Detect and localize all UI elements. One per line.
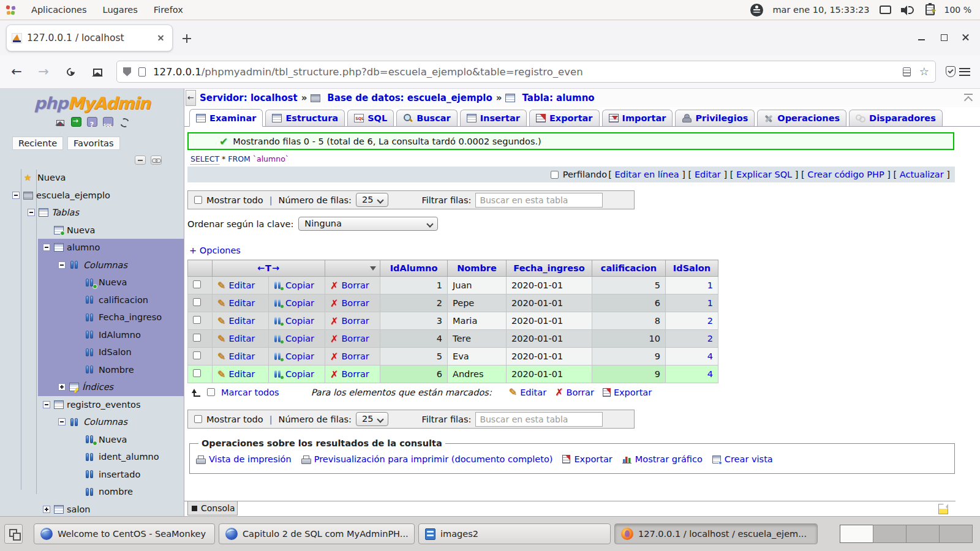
row-copiar-link[interactable]: Copiar [274,316,320,326]
options-toggle-link[interactable]: + Opciones [189,246,241,255]
profiling-link-crear-c-digo-php[interactable]: Crear código PHP [807,170,884,179]
tree-item-nombre[interactable]: nombre [0,483,184,501]
battery-icon[interactable] [925,4,935,15]
qops-exportar-link[interactable]: Exportar [562,454,612,464]
reload-button[interactable] [60,61,81,82]
minus-expander-icon[interactable] [28,209,35,216]
row-borrar-link[interactable]: Borrar [330,369,375,380]
tab-privilegios[interactable]: Privilegios [675,110,755,126]
tree-item-nueva[interactable]: Nueva [0,431,184,449]
sort-key-select[interactable]: Ninguna [298,217,438,231]
plus-expander-icon[interactable] [43,506,50,513]
row-checkbox[interactable] [193,334,201,342]
accessibility-icon[interactable] [750,4,763,17]
row-editar-link[interactable]: Editar [217,298,263,309]
sidebar-toggle-button[interactable]: ← [186,90,196,106]
new-tab-button[interactable] [178,29,196,48]
idsalon-link[interactable]: 1 [707,280,713,290]
taskbar-window-welcome-to-centos-seamonkey[interactable]: Welcome to CentOS - SeaMonkey [34,523,215,544]
row-copiar-link[interactable]: Copiar [274,351,320,361]
profiling-checkbox[interactable] [551,171,559,179]
row-copiar-link[interactable]: Copiar [274,369,320,379]
column-header-fecha-ingreso[interactable]: Fecha_ingreso [507,260,592,277]
qops-mostrar-gr-fico-link[interactable]: Mostrar gráfico [622,454,703,464]
tab-insertar[interactable]: Insertar [460,110,527,126]
minus-expander-icon[interactable] [43,244,50,251]
profiling-link-explicar-sql[interactable]: Explicar SQL [736,170,792,179]
column-header-idsalon[interactable]: IdSalon [666,260,718,277]
restore-button[interactable] [937,31,951,44]
taskbar-window-127-0-0-1-localhost-escuela-ejem[interactable]: 127.0.0.1 / localhost / escuela_ejem... [614,523,818,544]
tree-item-salon[interactable]: salon [0,501,184,517]
idsalon-link[interactable]: 4 [707,351,713,361]
tree-item-nombre[interactable]: Nombre [0,361,184,379]
tab-estructura[interactable]: Estructura [265,110,345,126]
reader-view-icon[interactable] [903,67,911,77]
filter-input[interactable] [475,412,603,427]
tree-item-escuela-ejemplo[interactable]: escuela_ejemplo [0,187,184,204]
minus-expander-icon[interactable] [43,401,50,408]
tab-importar[interactable]: Importar [602,110,673,126]
row-checkbox[interactable] [193,369,201,377]
show-all-checkbox[interactable] [194,415,202,423]
menu-lugares[interactable]: Lugares [103,5,138,15]
idsalon-link[interactable]: 2 [707,316,713,326]
sql-console-icon[interactable] [103,117,113,127]
workspace-2[interactable] [873,525,907,543]
column-header-nombre[interactable]: Nombre [448,260,507,277]
row-borrar-link[interactable]: Borrar [330,315,375,327]
breadcrumb-link-alumno[interactable]: Tabla: alumno [522,92,594,103]
qops-previsualizaci-n-para-imprimir-documento-completo-link[interactable]: Previsualización para imprimir (document… [301,454,553,464]
favorite-tables-button[interactable]: Favoritas [67,137,119,150]
help-icon[interactable] [87,117,97,127]
check-all-link[interactable]: Marcar todos [221,388,279,397]
workspace-1[interactable] [840,525,873,543]
rows-count-select[interactable]: 25 [356,412,388,426]
tree-item-ndices[interactable]: Índices [0,378,184,396]
shield-icon[interactable] [123,67,131,77]
profiling-link-editar[interactable]: Editar [695,170,721,179]
selected-editar-link[interactable]: Editar [509,386,546,398]
tree-item-nueva[interactable]: Nueva [0,169,184,187]
page-settings-icon[interactable] [938,504,948,514]
sort-header[interactable] [325,260,380,277]
row-borrar-link[interactable]: Borrar [330,298,375,309]
home-button[interactable] [87,61,108,82]
taskbar-window-capitulo-2-de-sql-com-myadminph[interactable]: Capitulo 2 de SQL com MyAdminPH... [219,523,415,544]
back-button[interactable]: ← [6,61,27,82]
workspace-3[interactable] [906,525,940,543]
tree-item-idalumno[interactable]: IdAlumno [0,326,184,344]
qops-vista-de-impresi-n-link[interactable]: Vista de impresión [196,454,292,464]
close-button[interactable] [959,31,973,44]
tab-close-icon[interactable] [155,32,167,44]
rows-count-select[interactable]: 25 [356,193,388,207]
qops-crear-vista-link[interactable]: Crear vista [712,454,773,464]
show-all-checkbox[interactable] [194,196,202,204]
row-checkbox[interactable] [193,351,201,359]
breadcrumb-link-localhost[interactable]: Servidor: localhost [200,92,298,103]
home-icon[interactable] [55,117,66,127]
tree-item-nueva[interactable]: Nueva [0,222,184,239]
clock[interactable]: mar ene 10, 15:33:23 [773,5,870,15]
tree-item-fecha-ingreso[interactable]: Fecha_ingreso [0,309,184,326]
taskbar-window-images2[interactable]: images2 [418,523,611,544]
minus-expander-icon[interactable] [12,192,20,199]
tab-operaciones[interactable]: Operaciones [757,110,846,126]
idsalon-link[interactable]: 1 [707,298,713,308]
row-checkbox[interactable] [193,316,201,324]
logout-icon[interactable] [71,117,81,127]
profiling-link-editar-en-l-nea[interactable]: Editar en línea [614,170,679,179]
collapse-all-button[interactable] [135,156,146,165]
tree-item-ident-alumno[interactable]: ident_alumno [0,448,184,466]
tree-item-nueva[interactable]: Nueva [0,274,184,291]
row-borrar-link[interactable]: Borrar [330,280,375,291]
selected-borrar-link[interactable]: Borrar [555,386,594,398]
tree-item-insertado[interactable]: insertado [0,466,184,484]
menu-firefox[interactable]: Firefox [154,5,183,15]
minimize-button[interactable] [915,31,929,44]
minus-expander-icon[interactable] [58,261,66,269]
row-editar-link[interactable]: Editar [217,280,263,291]
row-editar-link[interactable]: Editar [217,333,263,345]
row-checkbox[interactable] [193,298,201,306]
selected-exportar-link[interactable]: Exportar [603,388,652,397]
